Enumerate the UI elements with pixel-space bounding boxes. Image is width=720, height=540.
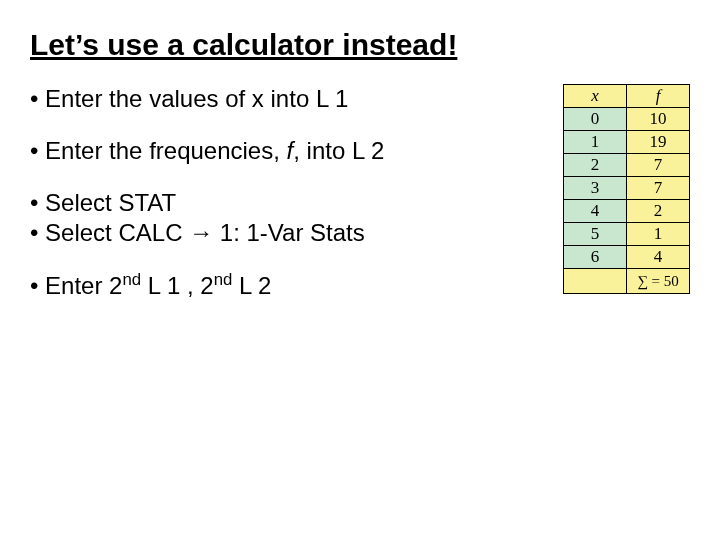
bullet-1: • Enter the values of x into L 1 bbox=[30, 84, 527, 114]
bullet-5: • Enter 2nd L 1 , 2nd L 2 bbox=[30, 270, 527, 301]
cell-empty bbox=[564, 269, 627, 294]
cell-f: 7 bbox=[627, 154, 690, 177]
bullet-5-sup1: nd bbox=[122, 270, 141, 289]
table-row: 119 bbox=[564, 131, 690, 154]
bullet-5-mid: L 1 , 2 bbox=[141, 272, 214, 299]
table-row: 51 bbox=[564, 223, 690, 246]
slide-title: Let’s use a calculator instead! bbox=[30, 28, 690, 62]
bullet-5-post: L 2 bbox=[232, 272, 271, 299]
bullet-list: • Enter the values of x into L 1 • Enter… bbox=[30, 84, 527, 323]
bullet-5-sup2: nd bbox=[214, 270, 233, 289]
cell-f: 2 bbox=[627, 200, 690, 223]
bullet-4-pre: • Select CALC bbox=[30, 219, 189, 246]
bullet-2: • Enter the frequencies, f, into L 2 bbox=[30, 136, 527, 166]
cell-x: 5 bbox=[564, 223, 627, 246]
bullet-2-post: , into L 2 bbox=[293, 137, 384, 164]
cell-x: 6 bbox=[564, 246, 627, 269]
cell-x: 4 bbox=[564, 200, 627, 223]
cell-sum: ∑ = 50 bbox=[627, 269, 690, 294]
cell-x: 1 bbox=[564, 131, 627, 154]
bullet-2-pre: • Enter the frequencies, bbox=[30, 137, 287, 164]
bullet-5-pre: • Enter 2 bbox=[30, 272, 122, 299]
table-row: 37 bbox=[564, 177, 690, 200]
table-row: 64 bbox=[564, 246, 690, 269]
cell-f: 1 bbox=[627, 223, 690, 246]
cell-f: 7 bbox=[627, 177, 690, 200]
cell-f: 4 bbox=[627, 246, 690, 269]
cell-f: 10 bbox=[627, 108, 690, 131]
table-sum-row: ∑ = 50 bbox=[564, 269, 690, 294]
frequency-table: x f 010 119 27 37 42 51 64 ∑ = 50 bbox=[563, 84, 690, 294]
cell-f: 19 bbox=[627, 131, 690, 154]
cell-x: 2 bbox=[564, 154, 627, 177]
bullet-3: • Select STAT bbox=[30, 188, 527, 218]
cell-x: 0 bbox=[564, 108, 627, 131]
table-header-f: f bbox=[627, 85, 690, 108]
table-row: 27 bbox=[564, 154, 690, 177]
bullet-4-post: 1: 1-Var Stats bbox=[213, 219, 365, 246]
table-row: 42 bbox=[564, 200, 690, 223]
table-row: 010 bbox=[564, 108, 690, 131]
table-header-x: x bbox=[564, 85, 627, 108]
cell-x: 3 bbox=[564, 177, 627, 200]
arrow-icon bbox=[189, 219, 213, 246]
bullet-4: • Select CALC 1: 1-Var Stats bbox=[30, 218, 527, 248]
